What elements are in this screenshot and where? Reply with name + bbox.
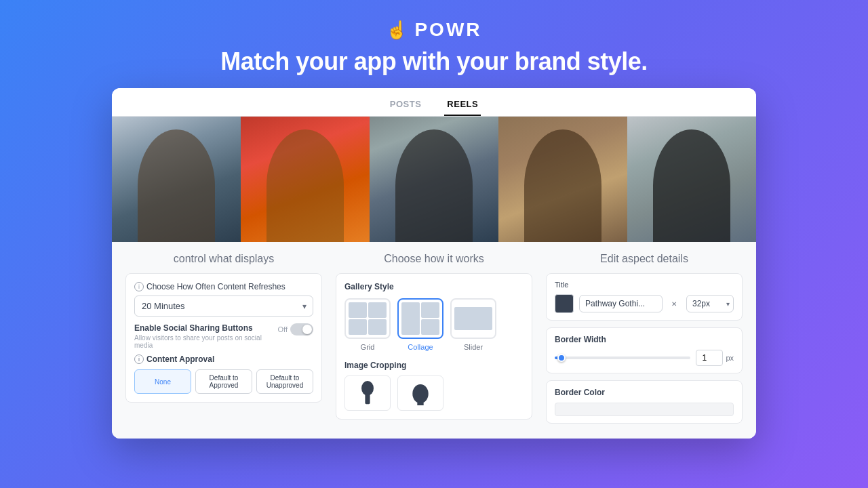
logo-text: POWR [414, 19, 481, 41]
gallery-style-label: Gallery Style [344, 282, 524, 291]
approval-info-icon: i [134, 354, 144, 364]
refresh-select-wrapper: 20 Minutes 5 Minutes 10 Minutes 30 Minut… [134, 296, 313, 317]
page-headline: Match your app with your brand style. [220, 47, 648, 76]
approval-unapproved-btn[interactable]: Default to Unapproved [256, 369, 313, 394]
slider-label: Slider [464, 343, 483, 351]
tab-posts[interactable]: POSTS [387, 95, 425, 116]
grid-thumbnail [344, 298, 391, 339]
main-card: POSTS REELS control what displays i Ch [112, 88, 756, 439]
social-sharing-label: Enable Social Sharing Buttons [134, 323, 278, 333]
social-sharing-toggle[interactable]: Off [278, 323, 313, 336]
svg-point-2 [412, 384, 428, 403]
range-fill [555, 357, 561, 359]
refresh-info-icon: i [134, 282, 144, 291]
font-color-swatch[interactable] [555, 294, 574, 313]
border-color-card: Border Color [546, 380, 743, 424]
header: ☝️ POWR Match your app with your brand s… [220, 0, 648, 88]
grid-label: Grid [361, 343, 375, 351]
style-options: Grid Coll [344, 298, 524, 351]
photo-1 [112, 117, 241, 242]
svg-rect-1 [365, 394, 370, 404]
style-option-collage[interactable]: Collage [397, 298, 443, 351]
panel-right-title: Edit aspect details [546, 253, 743, 265]
powr-logo-icon: ☝️ [386, 20, 408, 41]
photo-3 [370, 117, 498, 242]
photo-2 [241, 117, 370, 242]
tab-reels[interactable]: REELS [444, 95, 481, 116]
border-width-input[interactable] [696, 350, 723, 366]
collage-thumbnail [397, 298, 443, 339]
size-select[interactable]: 32px 16px 24px 48px [686, 295, 734, 312]
size-select-wrapper: 32px 16px 24px 48px ▾ [686, 295, 734, 312]
px-input-wrapper: px [696, 350, 734, 366]
panel-middle: Choose how it works Gallery Style [336, 253, 532, 430]
crop-option-full[interactable] [344, 375, 391, 411]
refresh-select[interactable]: 20 Minutes 5 Minutes 10 Minutes 30 Minut… [134, 296, 313, 317]
social-sharing-row: Enable Social Sharing Buttons Allow visi… [134, 323, 313, 349]
panel-left-card: i Choose How Often Content Refreshes 20 … [125, 273, 322, 403]
tabs-row: POSTS REELS [112, 88, 756, 117]
font-select-wrapper: Pathway Gothi... ✕ [579, 295, 681, 312]
font-select-arrow: ✕ [671, 300, 677, 308]
font-row: Pathway Gothi... ✕ 32px 16px 24px 48px ▾ [555, 294, 734, 313]
style-option-slider[interactable]: Slider [450, 298, 496, 351]
svg-point-0 [361, 381, 374, 396]
approval-none-btn[interactable]: None [134, 369, 191, 394]
social-sharing-sublabel: Allow visitors to share your posts on so… [134, 334, 278, 349]
content-approval-header: i Content Approval [134, 354, 313, 364]
font-select[interactable]: Pathway Gothi... [579, 295, 663, 312]
title-label: Title [555, 281, 734, 289]
range-thumb [557, 354, 566, 362]
panel-middle-card: Gallery Style Grid [336, 273, 532, 420]
border-color-preview[interactable] [555, 403, 734, 416]
logo-row: ☝️ POWR [220, 19, 648, 41]
photo-5 [627, 117, 756, 242]
title-aspect-card: Title Pathway Gothi... ✕ 32px 16px 24px [546, 273, 743, 321]
panel-left: control what displays i Choose How Often… [125, 253, 322, 430]
border-slider-row: px [555, 350, 734, 366]
toggle-track[interactable] [290, 323, 313, 336]
toggle-thumb [302, 325, 312, 334]
svg-rect-3 [417, 402, 423, 405]
border-width-card: Border Width px [546, 327, 743, 373]
slider-thumbnail [450, 298, 496, 339]
approval-buttons: None Default to Approved Default to Unap… [134, 369, 313, 394]
crop-option-cropped[interactable] [397, 375, 443, 411]
crop-options [344, 375, 524, 411]
content-approval-section: i Content Approval None Default to Appro… [134, 354, 313, 394]
photo-4 [498, 117, 627, 242]
collage-label: Collage [408, 343, 433, 351]
panel-left-title: control what displays [125, 253, 322, 265]
approval-approved-btn[interactable]: Default to Approved [195, 369, 252, 394]
refresh-label: i Choose How Often Content Refreshes [134, 282, 313, 291]
style-option-grid[interactable]: Grid [344, 298, 391, 351]
image-crop-label: Image Cropping [344, 361, 524, 370]
panel-right: Edit aspect details Title Pathway Gothi.… [546, 253, 743, 430]
px-unit-label: px [726, 354, 734, 362]
panel-middle-title: Choose how it works [336, 253, 532, 265]
toggle-off-text: Off [278, 325, 288, 333]
border-color-label: Border Color [555, 388, 734, 397]
border-width-label: Border Width [555, 335, 734, 344]
border-width-slider[interactable] [555, 357, 690, 359]
photo-strip [112, 117, 756, 242]
bottom-section: control what displays i Choose How Often… [112, 242, 756, 439]
